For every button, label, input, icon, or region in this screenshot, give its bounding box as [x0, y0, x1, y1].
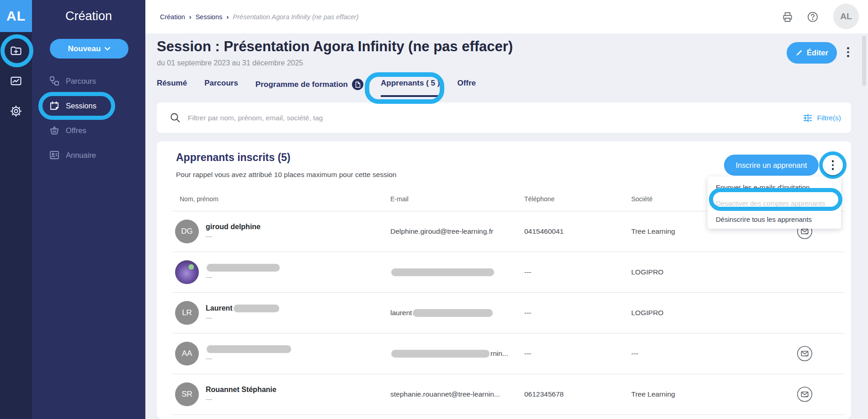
- learner-sub: ---: [206, 274, 281, 281]
- search-icon: [170, 112, 181, 124]
- tab-r-sum[interactable]: Résumé: [157, 79, 187, 95]
- learner-name-cell: ---: [206, 345, 292, 362]
- highlight-ring-kebab: [819, 151, 847, 179]
- sliders-icon: [803, 113, 812, 123]
- menu-item-envoyer-les-e-mails-d-invitation[interactable]: Envoyer les e-mails d'invitation: [708, 179, 841, 195]
- learner-company: Tree Learning: [631, 227, 675, 236]
- tab-parcours[interactable]: Parcours: [204, 79, 238, 95]
- avatar: AA: [175, 342, 199, 365]
- directory-card-icon: [49, 150, 60, 161]
- learners-note: Pour rappel vous avez attribué 10 places…: [176, 171, 396, 179]
- learner-email: Delphine.giroud@tree-learning.fr: [390, 227, 493, 236]
- tab-apprenants-5[interactable]: Apprenants ( 5 ): [381, 79, 440, 97]
- learner-email: [390, 268, 495, 276]
- col-email: E-mail: [390, 195, 409, 203]
- tab-offre[interactable]: Offre: [457, 79, 476, 95]
- avatar-photo: [175, 260, 199, 284]
- learner-sub: ---: [206, 314, 280, 322]
- enroll-learner-button[interactable]: Inscrire un apprenant: [724, 155, 819, 176]
- breadcrumb: Création›Sessions›Présentation Agora Inf…: [160, 0, 358, 33]
- learner-name: Rouannet Stéphanie: [206, 386, 277, 394]
- learners-table: DGgiroud delphine ---Delphine.giroud@tre…: [172, 211, 845, 415]
- app-window: AL Création Nouveau ParcoursSessionsOffr…: [0, 0, 868, 419]
- learner-email: rnin...: [390, 349, 508, 358]
- learner-email: laurent: [390, 309, 494, 317]
- settings-gear-icon: [10, 105, 22, 118]
- rail-button-settings-gear[interactable]: [0, 96, 32, 126]
- new-button[interactable]: Nouveau: [50, 39, 128, 59]
- learner-name: giroud delphine: [206, 223, 261, 231]
- learner-name: Laurent: [206, 304, 280, 312]
- sidebar-item-offres[interactable]: Offres: [32, 118, 145, 143]
- print-icon[interactable]: [782, 11, 793, 23]
- send-mail-button[interactable]: [797, 346, 813, 362]
- table-row[interactable]: ------LOGIPRO: [172, 252, 845, 293]
- header-kebab-menu[interactable]: [847, 47, 849, 57]
- cell-text: Delphine.giroud@tree-learning.fr: [390, 227, 493, 235]
- learner-sub: ---: [206, 396, 277, 403]
- send-mail-button[interactable]: [797, 387, 813, 403]
- learner-sub: ---: [206, 233, 261, 240]
- sidebar-item-label: Annuaire: [66, 151, 96, 160]
- learner-name-cell: Laurent ---: [206, 304, 280, 322]
- col-company: Société: [631, 195, 653, 203]
- learner-sub: ---: [206, 355, 292, 362]
- learner-phone: ---: [524, 349, 532, 358]
- col-phone: Téléphone: [524, 195, 554, 203]
- learner-company: LOGIPRO: [631, 268, 664, 276]
- help-icon[interactable]: [807, 11, 819, 23]
- learner-name-cell: ---: [206, 263, 281, 281]
- sidebar: Création Nouveau ParcoursSessionsOffresA…: [32, 0, 145, 419]
- tab-label: Programme de formation: [256, 80, 348, 89]
- learner-company: ---: [631, 349, 639, 358]
- rail-button-reports-folder[interactable]: [0, 66, 32, 96]
- tab-programme-de-formation[interactable]: Programme de formation: [256, 79, 363, 97]
- sidebar-item-label: Offres: [66, 126, 86, 135]
- sidebar-item-sessions[interactable]: Sessions: [32, 93, 145, 118]
- filters-button[interactable]: Filtre(s): [803, 102, 841, 133]
- document-badge-icon: [352, 79, 363, 90]
- sessions-calendar-icon: [49, 100, 60, 111]
- table-row[interactable]: AA ---rnin...------: [172, 333, 845, 374]
- session-date-range: du 01 septembre 2023 au 31 décembre 2025: [157, 59, 303, 67]
- table-row[interactable]: LRLaurent ---laurent---LOGIPRO: [172, 293, 845, 333]
- scrollbar-thumb[interactable]: [862, 36, 866, 86]
- user-avatar[interactable]: AL: [833, 4, 859, 29]
- sidebar-item-parcours[interactable]: Parcours: [32, 69, 145, 93]
- breadcrumb-separator: ›: [227, 13, 229, 21]
- sidebar-item-annuaire[interactable]: Annuaire: [32, 143, 145, 167]
- app-logo[interactable]: AL: [0, 0, 32, 32]
- redaction-bar: [391, 350, 490, 358]
- filter-input[interactable]: [187, 110, 728, 126]
- learners-kebab-button[interactable]: [823, 155, 843, 175]
- cell-text: rnin...: [490, 349, 508, 357]
- chevron-down-icon: [105, 47, 110, 51]
- learners-title: Apprenants inscrits (5): [176, 151, 291, 164]
- filters-button-label: Filtre(s): [817, 114, 841, 122]
- breadcrumb-item[interactable]: Création: [160, 13, 185, 21]
- cell-text: Rouannet Stéphanie: [206, 386, 277, 393]
- edit-button[interactable]: Éditer: [787, 42, 837, 64]
- breadcrumb-item[interactable]: Sessions: [196, 13, 223, 21]
- create-folder-icon: [10, 44, 22, 57]
- tab-label: Résumé: [157, 79, 187, 88]
- avatar: SR: [175, 382, 199, 406]
- rail-button-create-folder[interactable]: [0, 36, 32, 66]
- redaction-bar: [391, 269, 494, 276]
- avatar: DG: [175, 220, 199, 243]
- edit-button-label: Éditer: [807, 48, 828, 57]
- learner-phone: ---: [524, 309, 532, 317]
- learner-company: Tree Learning: [631, 390, 675, 398]
- table-row[interactable]: SRRouannet Stéphanie ---stephanie.rouann…: [172, 374, 845, 415]
- learner-phone: 0612345678: [524, 390, 564, 398]
- page-title: Session : Présentation Agora Infinity (n…: [157, 38, 513, 55]
- cell-text: laurent: [390, 309, 412, 317]
- reports-folder-icon: [10, 75, 22, 87]
- learner-phone: 0415460041: [524, 227, 564, 236]
- breadcrumb-item: Présentation Agora Infinity (ne pas effa…: [233, 13, 358, 21]
- tab-label: Parcours: [204, 79, 238, 88]
- menu-item-d-sinscrire-tous-les-apprenants[interactable]: Désinscrire tous les apprenants: [708, 211, 841, 227]
- col-name: Nom, prénom: [180, 195, 218, 203]
- offers-basket-icon: [49, 125, 60, 136]
- avatar: LR: [175, 301, 199, 325]
